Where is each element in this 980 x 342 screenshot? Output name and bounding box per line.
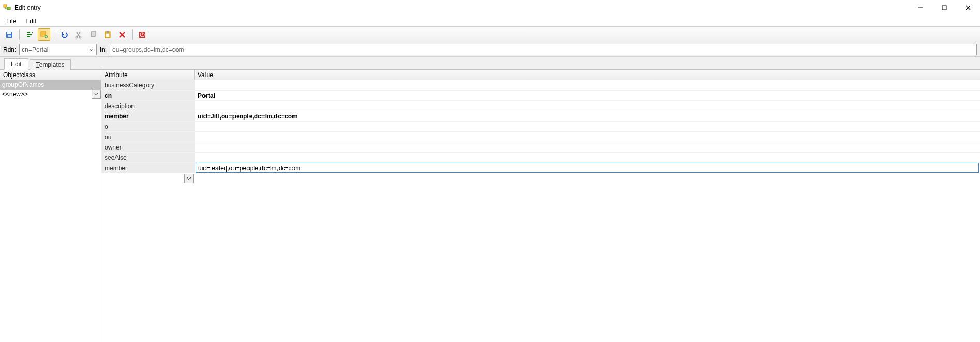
table-row[interactable]: ou (101, 132, 980, 142)
attribute-value (195, 101, 980, 111)
attribute-name: seeAlso (101, 153, 195, 162)
in-label: in: (100, 46, 107, 53)
objectclass-list: groupOfNames <<new>> (0, 80, 101, 342)
copy-button[interactable] (87, 28, 99, 41)
attribute-name: member (101, 111, 195, 121)
table-row[interactable]: o (101, 122, 980, 132)
minimize-button[interactable] (909, 0, 932, 16)
attribute-value-input[interactable] (196, 163, 979, 173)
undo-button[interactable] (58, 28, 70, 41)
attribute-name: member (101, 163, 195, 173)
tab-edit[interactable]: Edit (4, 58, 28, 70)
chevron-down-icon[interactable] (184, 174, 194, 183)
app-icon (3, 4, 11, 12)
menu-file[interactable]: File (3, 17, 19, 26)
rdn-combo[interactable]: cn=Portal (19, 44, 97, 55)
tab-templates[interactable]: Templates (30, 59, 71, 70)
add-attribute-button[interactable] (23, 28, 36, 41)
objectclass-new-row[interactable]: <<new>> (0, 90, 101, 99)
table-row[interactable]: description (101, 101, 980, 111)
objectclass-item[interactable]: groupOfNames (0, 80, 101, 90)
new-attribute-row (101, 173, 980, 184)
chevron-down-icon[interactable] (92, 90, 101, 99)
in-field[interactable]: ou=groups,dc=lm,dc=com (110, 44, 977, 55)
tab-strip: Edit Templates (0, 57, 980, 69)
rdn-value: cn=Portal (22, 46, 48, 53)
menu-bar: File Edit (0, 16, 980, 27)
value-header[interactable]: Value (195, 70, 980, 80)
attribute-value (195, 142, 980, 152)
cut-button[interactable] (72, 28, 85, 41)
objectclass-panel: Objectclass groupOfNames <<new>> (0, 70, 101, 342)
attribute-value: uid=Jill,ou=people,dc=lm,dc=com (195, 111, 980, 121)
svg-rect-7 (7, 32, 11, 34)
attribute-body: businessCategorycnPortaldescriptionmembe… (101, 80, 980, 342)
table-row[interactable]: owner (101, 142, 980, 153)
svg-rect-9 (41, 32, 46, 36)
add-objectclass-button[interactable] (38, 28, 50, 41)
main-area: Objectclass groupOfNames <<new>> Attribu… (0, 69, 980, 342)
attribute-panel: Attribute Value businessCategorycnPortal… (101, 70, 980, 342)
in-value: ou=groups,dc=lm,dc=com (112, 46, 184, 53)
rdn-row: Rdn: cn=Portal in: ou=groups,dc=lm,dc=co… (0, 42, 980, 57)
attribute-header[interactable]: Attribute (101, 70, 195, 80)
table-row-editing[interactable]: member (101, 163, 980, 173)
attribute-name: ou (101, 132, 195, 142)
svg-rect-19 (106, 34, 109, 37)
svg-rect-16 (92, 31, 96, 36)
attribute-name: businessCategory (101, 80, 195, 90)
attribute-name: o (101, 122, 195, 131)
attribute-name: owner (101, 142, 195, 152)
maximize-button[interactable] (932, 0, 956, 16)
stop-button[interactable] (136, 28, 149, 41)
table-row[interactable]: memberuid=Jill,ou=people,dc=lm,dc=com (101, 111, 980, 122)
svg-rect-0 (4, 5, 7, 7)
close-button[interactable] (956, 0, 980, 16)
delete-button[interactable] (116, 28, 128, 41)
objectclass-header[interactable]: Objectclass (0, 70, 101, 80)
svg-rect-8 (8, 35, 11, 37)
title-bar: Edit entry (0, 0, 980, 16)
attribute-value (195, 80, 980, 90)
attribute-headers: Attribute Value (101, 70, 980, 80)
attribute-value: Portal (195, 91, 980, 100)
attribute-name: cn (101, 91, 195, 100)
attribute-value (195, 122, 980, 131)
menu-edit[interactable]: Edit (22, 17, 39, 26)
save-button[interactable] (3, 28, 16, 41)
chevron-down-icon (87, 44, 95, 55)
rdn-label: Rdn: (3, 46, 16, 53)
svg-rect-3 (942, 6, 946, 10)
table-row[interactable]: seeAlso (101, 153, 980, 163)
attribute-name: description (101, 101, 195, 111)
attribute-value (195, 132, 980, 142)
window-title: Edit entry (14, 4, 41, 11)
toolbar (0, 27, 980, 42)
table-row[interactable]: cnPortal (101, 91, 980, 101)
table-row[interactable]: businessCategory (101, 80, 980, 91)
paste-button[interactable] (101, 28, 114, 41)
objectclass-new-label: <<new>> (0, 91, 92, 98)
attribute-value (195, 153, 980, 162)
svg-rect-18 (107, 31, 109, 33)
svg-rect-1 (7, 7, 10, 10)
